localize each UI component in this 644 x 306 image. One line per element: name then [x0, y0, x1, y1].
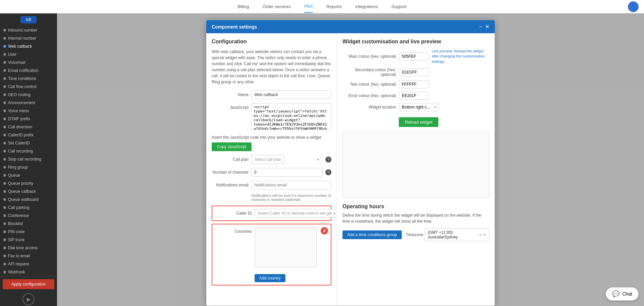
nav-order-services[interactable]: Order services — [263, 1, 291, 12]
call-plan-row: Call plan Select call plan ? — [212, 155, 331, 164]
sidebar-label: Inbound number — [8, 28, 37, 33]
reload-widget-button[interactable]: Reload widget — [399, 117, 438, 127]
nav-pbx[interactable]: PBX — [304, 0, 313, 13]
widget-location-select[interactable]: Bottom right c... — [399, 103, 439, 111]
notifications-input[interactable] — [251, 181, 331, 189]
sidebar-label: Announcement — [8, 100, 35, 105]
caller-id-label: Caller ID — [215, 209, 252, 216]
sidebar-item-call-parking[interactable]: Call parking — [0, 204, 57, 212]
call-plan-select[interactable]: Select call plan — [251, 155, 284, 164]
copy-javascript-button[interactable]: Copy JavaScript — [212, 142, 252, 151]
sidebar-item-queue-wallboard[interactable]: Queue wallboard — [0, 195, 57, 204]
sidebar-item-user[interactable]: User — [0, 50, 57, 58]
nav-integrations[interactable]: Integrations — [355, 1, 378, 12]
nav-links: Billing Order services PBX Reports Integ… — [237, 0, 407, 13]
sidebar-label: Internal number — [8, 36, 36, 41]
dot-icon — [3, 45, 6, 48]
javascript-label: JavaScript — [212, 103, 249, 110]
modal-left-panel: Configuration With web callback, your we… — [206, 33, 337, 306]
dot-icon — [3, 126, 6, 128]
sidebar-item-voice-menu[interactable]: Voice menu — [0, 107, 57, 115]
sidebar-item-set-callerid[interactable]: Set CallerID — [0, 139, 57, 147]
caller-id-select-wrapper: Select Caller ID or website visitors wil… — [255, 209, 337, 218]
sidebar-label: Ring group — [8, 165, 28, 170]
sidebar-item-sip-trunk[interactable]: SIP trunk — [0, 236, 57, 244]
caller-id-section: Caller ID Select Caller ID or website vi… — [212, 206, 331, 221]
sidebar-item-dial-tone-access[interactable]: Dial tone access — [0, 244, 57, 252]
sidebar-label: Call recording — [8, 149, 33, 154]
sidebar-item-web-callback[interactable]: Web callback — [0, 42, 57, 50]
dot-icon — [3, 263, 6, 265]
apply-configuration-button[interactable]: Apply configuration — [3, 279, 54, 289]
user-avatar[interactable]: 👤 — [628, 1, 639, 12]
call-plan-select-wrapper: Select call plan — [251, 155, 323, 164]
sidebar-item-queue-priority[interactable]: Queue priority — [0, 179, 57, 187]
sidebar-item-internal-number[interactable]: Internal number — [0, 34, 57, 42]
notifications-label: Notifications email — [212, 181, 249, 187]
nav-support[interactable]: Support — [391, 1, 407, 12]
sidebar-label: Dial tone access — [8, 246, 38, 250]
caller-id-select[interactable]: Select Caller ID or website visitors wil… — [255, 209, 337, 218]
text-colour-input[interactable] — [399, 80, 429, 88]
badge-2: 2 — [321, 227, 328, 234]
play-button[interactable]: ▶ — [22, 293, 35, 305]
javascript-textarea[interactable]: <script type="text/javascript">fetch('ht… — [251, 103, 331, 130]
timezone-wrapper: Timezone (GMT +11:00) Australia/Sydney ×… — [406, 228, 489, 241]
sidebar-item-call-recording[interactable]: Call recording — [0, 147, 57, 155]
sidebar-label: Email notification — [8, 68, 39, 73]
timezone-clear-icon[interactable]: × — [479, 232, 482, 237]
sidebar-item-ring-group[interactable]: Ring group — [0, 163, 57, 171]
channels-help-icon[interactable]: ? — [325, 169, 331, 175]
sidebar-item-dtmf-prefix[interactable]: DTMF prefix — [0, 115, 57, 123]
secondary-colour-label: Secondary colour (hex, optional) — [342, 68, 396, 77]
sidebar-item-voicemail[interactable]: Voicemail — [0, 58, 57, 67]
sidebar-item-announcement[interactable]: Announcement — [0, 99, 57, 107]
modal-close-button[interactable]: ✕ — [485, 24, 489, 30]
chat-button[interactable]: 💬 Chat — [606, 287, 639, 301]
nav-billing[interactable]: Billing — [237, 1, 249, 12]
operating-hours-desc: Define the time during which the widget … — [342, 212, 489, 224]
add-country-button[interactable]: Add country — [255, 274, 285, 282]
sidebar-label: SIP trunk — [8, 237, 24, 242]
dot-icon — [3, 158, 6, 161]
name-input[interactable] — [251, 90, 331, 99]
kb-button[interactable]: KB — [20, 16, 37, 24]
sidebar-item-call-flow-control[interactable]: Call flow control — [0, 83, 57, 91]
sidebar-item-queue-callback[interactable]: Queue callback — [0, 187, 57, 195]
sidebar-item-geo-routing[interactable]: GEO routing — [0, 91, 57, 99]
modal-minimize-button[interactable]: − — [479, 24, 482, 30]
sidebar-item-blocklist[interactable]: Blocklist — [0, 220, 57, 228]
sidebar-item-email-notification[interactable]: Email notification — [0, 67, 57, 75]
dot-icon — [3, 150, 6, 152]
sidebar-item-fax-to-email[interactable]: Fax to email — [0, 252, 57, 260]
main-content: Component settings − ✕ Configuration Wit… — [57, 13, 644, 306]
sidebar-item-stop-call-recording[interactable]: Stop call recording — [0, 155, 57, 163]
sidebar-item-time-conditions[interactable]: Time conditions — [0, 75, 57, 83]
secondary-colour-input[interactable] — [399, 68, 429, 76]
customisation-title: Widget customisation and live preview — [342, 39, 489, 45]
main-colour-input[interactable] — [399, 52, 429, 60]
sidebar-item-call-diversion[interactable]: Call diversion — [0, 123, 57, 131]
dot-icon — [3, 214, 6, 217]
sidebar-item-pin-code[interactable]: PIN code — [0, 228, 57, 236]
channels-input[interactable] — [251, 168, 323, 177]
nav-reports[interactable]: Reports — [326, 1, 342, 12]
sidebar-item-api-request[interactable]: API request — [0, 260, 57, 268]
sidebar-item-queue[interactable]: Queue — [0, 171, 57, 179]
add-country-wrapper: Add country — [255, 274, 328, 282]
dot-icon — [3, 53, 6, 56]
error-colour-input[interactable] — [399, 92, 429, 100]
timezone-select[interactable]: (GMT +11:00) Australia/Sydney × ▼ — [425, 228, 489, 241]
channels-row: Number of channels ? — [212, 168, 331, 177]
sidebar-item-webhook[interactable]: Webhook — [0, 268, 57, 276]
sidebar-label: PIN code — [8, 229, 24, 234]
config-description: With web callback, your website visitors… — [212, 49, 331, 85]
add-time-conditions-button[interactable]: Add a time conditions group — [342, 230, 402, 239]
sidebar-item-conference[interactable]: Conference — [0, 212, 57, 220]
sidebar-item-inbound-number[interactable]: Inbound number — [0, 26, 57, 34]
text-colour-label: Text colour (hex, optional) — [342, 82, 396, 87]
sidebar-item-callerid-prefix[interactable]: CallerID prefix — [0, 131, 57, 139]
sidebar-label: Set CallerID — [8, 141, 30, 145]
call-plan-help-icon[interactable]: ? — [325, 157, 331, 163]
sidebar-label: User — [8, 52, 16, 57]
